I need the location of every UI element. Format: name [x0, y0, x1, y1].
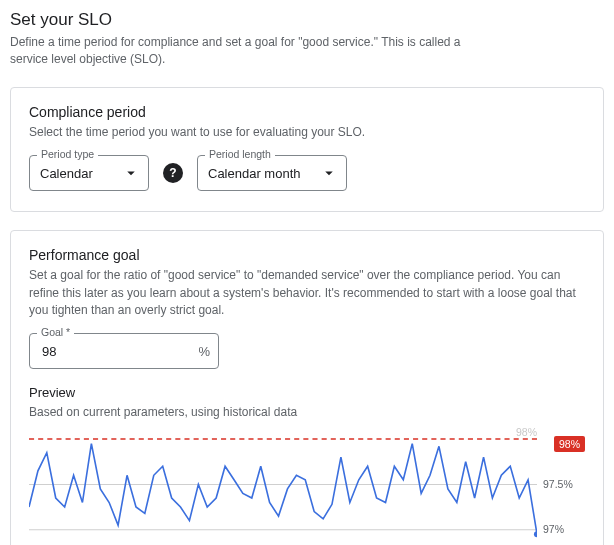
compliance-fields: Period type Calendar ? Period length Cal…: [29, 155, 585, 191]
y-tick-label: 97.5%: [543, 478, 585, 490]
period-type-value: Calendar: [40, 166, 118, 181]
help-icon[interactable]: ?: [163, 163, 183, 183]
compliance-title: Compliance period: [29, 104, 585, 120]
page-title: Set your SLO: [10, 10, 604, 30]
goal-input[interactable]: [40, 343, 194, 360]
goal-input-wrapper[interactable]: Goal * %: [29, 333, 219, 369]
goal-threshold-badge: 98%: [554, 436, 585, 453]
y-tick-label: 97%: [543, 523, 585, 535]
goal-unit: %: [198, 344, 210, 359]
preview-title: Preview: [29, 385, 585, 400]
period-length-label: Period length: [205, 149, 275, 160]
goal-field-row: Goal * %: [29, 333, 585, 369]
goal-title: Performance goal: [29, 247, 585, 263]
goal-subtitle: Set a goal for the ratio of "good servic…: [29, 267, 585, 319]
chart-svg: [29, 430, 537, 545]
chevron-down-icon: [320, 164, 338, 182]
period-length-value: Calendar month: [208, 166, 316, 181]
page-description: Define a time period for compliance and …: [10, 34, 480, 69]
preview-chart: 98% 98% 97.5% 97% 96.5% UTC-47:50 PM8:00…: [29, 430, 585, 545]
period-type-select[interactable]: Period type Calendar: [29, 155, 149, 191]
period-type-label: Period type: [37, 149, 98, 160]
chevron-down-icon: [122, 164, 140, 182]
goal-field-label: Goal *: [37, 327, 74, 338]
performance-goal-card: Performance goal Set a goal for the rati…: [10, 230, 604, 545]
svg-point-3: [534, 531, 537, 537]
compliance-subtitle: Select the time period you want to use f…: [29, 124, 585, 141]
compliance-card: Compliance period Select the time period…: [10, 87, 604, 212]
period-length-select[interactable]: Period length Calendar month: [197, 155, 347, 191]
preview-subtitle: Based on current parameters, using histo…: [29, 404, 585, 421]
